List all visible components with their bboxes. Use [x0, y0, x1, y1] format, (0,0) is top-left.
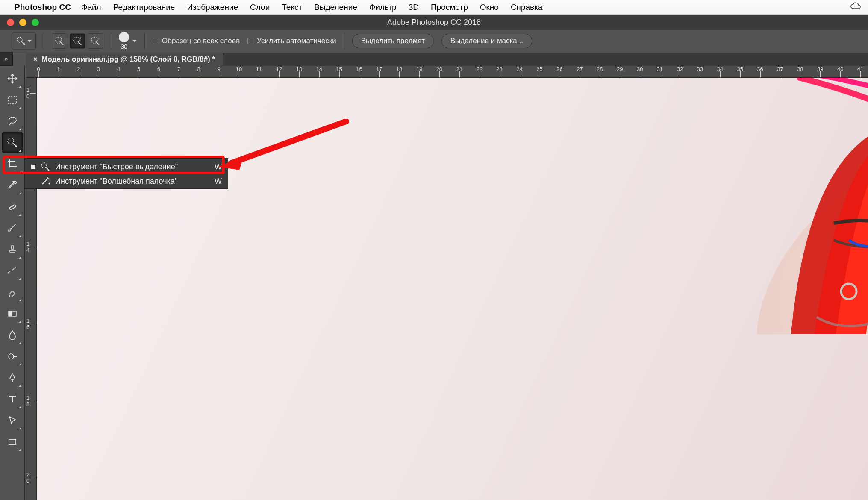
flyout-item-label: Инструмент "Волшебная палочка" [55, 177, 177, 186]
ruler-h-label: 31 [657, 66, 663, 72]
separator [44, 33, 44, 49]
svg-rect-15 [9, 439, 16, 444]
window-close-button[interactable] [7, 19, 14, 26]
menu-select[interactable]: Выделение [314, 3, 357, 12]
select-subject-button[interactable]: Выделить предмет [352, 34, 434, 48]
checkbox-icon[interactable] [153, 38, 159, 44]
ruler-h-label: 22 [477, 66, 483, 72]
svg-point-11 [14, 206, 15, 206]
document-tab-title: Модель оригинал.jpg @ 158% (Слой 0, RGB/… [41, 55, 215, 64]
rect-marquee-tool[interactable] [2, 90, 23, 110]
rectangle-tool[interactable] [2, 432, 23, 452]
macos-menu-bar: Photoshop CC Файл Редактирование Изображ… [0, 0, 868, 15]
spot-healing-tool[interactable] [2, 197, 23, 217]
ruler-h-label: 26 [556, 66, 562, 72]
selected-indicator-icon [31, 165, 35, 169]
eyedropper-tool[interactable] [2, 175, 23, 196]
window-minimize-button[interactable] [19, 19, 26, 26]
ruler-h-label: 10 [236, 66, 242, 72]
document-tab[interactable]: × Модель оригинал.jpg @ 158% (Слой 0, RG… [26, 53, 223, 66]
separator [344, 33, 344, 49]
menu-type[interactable]: Текст [282, 3, 302, 12]
brush-tool[interactable] [2, 218, 23, 238]
menu-3d[interactable]: 3D [409, 3, 419, 12]
ruler-h-label: 11 [256, 66, 262, 72]
lasso-tool[interactable] [2, 111, 23, 132]
move-tool[interactable] [2, 68, 23, 89]
sample-all-layers-option[interactable]: Образец со всех слоев [153, 37, 240, 45]
window-zoom-button[interactable] [32, 19, 39, 26]
canvas[interactable] [37, 78, 868, 500]
vertical-ruler[interactable]: 10121416182022 [25, 78, 37, 500]
gradient-tool[interactable] [2, 303, 23, 324]
quick-selection-tool[interactable] [2, 132, 23, 153]
ruler-v-label: 20 [26, 471, 29, 484]
history-brush-tool[interactable] [2, 261, 23, 281]
ruler-h-label: 16 [356, 66, 362, 72]
eraser-tool[interactable] [2, 282, 23, 303]
chevron-down-icon [132, 40, 137, 42]
ruler-h-label: 38 [797, 66, 803, 72]
cloud-sync-icon[interactable] [850, 2, 861, 12]
pen-tool[interactable] [2, 368, 23, 388]
flyout-item-quick-selection[interactable]: Инструмент "Быстрое выделение" W [25, 159, 228, 174]
type-tool[interactable] [2, 389, 23, 409]
quick-selection-icon [41, 162, 50, 171]
svg-rect-6 [9, 96, 16, 104]
ruler-h-label: 41 [857, 66, 863, 72]
panel-expand-toggle[interactable]: ›› [0, 52, 13, 66]
ruler-h-label: 27 [577, 66, 583, 72]
menu-filter[interactable]: Фильтр [369, 3, 397, 12]
svg-point-9 [10, 207, 11, 208]
app-name[interactable]: Photoshop CC [15, 3, 71, 12]
ruler-h-label: 25 [536, 66, 542, 72]
auto-enhance-option[interactable]: Усилить автоматически [247, 37, 336, 45]
magic-wand-icon: + [41, 176, 50, 186]
ruler-v-label: 10 [26, 87, 29, 100]
menu-window[interactable]: Окно [480, 3, 499, 12]
svg-text:+: + [79, 36, 82, 41]
ruler-h-label: 2 [77, 66, 80, 72]
add-to-selection-button[interactable]: + [70, 33, 85, 49]
subtract-from-selection-button[interactable]: − [88, 33, 103, 49]
menu-image[interactable]: Изображение [187, 3, 238, 12]
svg-point-14 [9, 354, 14, 359]
tools-panel [0, 66, 25, 500]
svg-rect-8 [9, 204, 16, 210]
ruler-h-label: 29 [617, 66, 623, 72]
ruler-h-label: 17 [376, 66, 382, 72]
menu-file[interactable]: Файл [81, 3, 101, 12]
ruler-h-label: 1 [57, 66, 60, 72]
tool-preset-picker[interactable] [12, 32, 36, 50]
blur-tool[interactable] [2, 325, 23, 345]
select-and-mask-button[interactable]: Выделение и маска... [441, 34, 532, 48]
flyout-item-magic-wand[interactable]: + Инструмент "Волшебная палочка" W [25, 174, 228, 188]
ruler-h-label: 7 [177, 66, 180, 72]
close-icon[interactable]: × [33, 56, 37, 63]
brush-picker[interactable]: 30 [119, 32, 137, 50]
ruler-h-label: 12 [276, 66, 282, 72]
dodge-tool[interactable] [2, 346, 23, 367]
menu-edit[interactable]: Редактирование [113, 3, 175, 12]
menu-view[interactable]: Просмотр [431, 3, 468, 12]
crop-tool[interactable] [2, 154, 23, 174]
svg-point-7 [8, 138, 14, 144]
new-selection-button[interactable] [52, 33, 67, 49]
horizontal-ruler[interactable]: 0123456789101112131415161718192021222324… [26, 66, 868, 78]
ruler-h-label: 6 [157, 66, 160, 72]
checkbox-icon[interactable] [247, 38, 254, 44]
ruler-h-label: 5 [137, 66, 140, 72]
menu-help[interactable]: Справка [511, 3, 543, 12]
clone-stamp-tool[interactable] [2, 239, 23, 260]
svg-text:+: + [48, 181, 50, 186]
ruler-h-label: 9 [218, 66, 221, 72]
menu-layers[interactable]: Слои [250, 3, 270, 12]
sample-all-layers-label: Образец со всех слоев [162, 37, 240, 45]
ruler-h-label: 24 [516, 66, 522, 72]
flyout-item-shortcut: W [215, 162, 222, 171]
tool-flyout-menu: Инструмент "Быстрое выделение" W + Инстр… [25, 158, 228, 189]
separator [111, 33, 111, 49]
chevron-down-icon [27, 40, 32, 42]
ruler-h-label: 35 [737, 66, 743, 72]
path-selection-tool[interactable] [2, 410, 23, 431]
